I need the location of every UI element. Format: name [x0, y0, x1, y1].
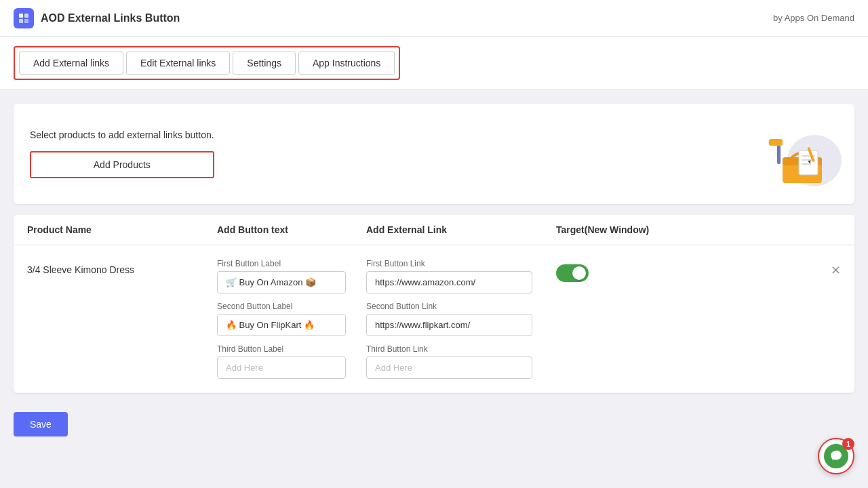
card-description: Select products to add external links bu…	[30, 129, 214, 140]
header-left: AOD External Links Button	[14, 8, 180, 28]
svg-rect-8	[769, 139, 783, 146]
target-col: ✕	[556, 259, 841, 282]
link1-input[interactable]	[366, 271, 532, 293]
chat-widget[interactable]: 1	[818, 438, 854, 474]
footer: Save	[14, 407, 854, 436]
button3-label: Third Button Label	[217, 344, 366, 354]
button-fields: First Button Label Second Button Label T…	[217, 259, 366, 379]
button1-label: First Button Label	[217, 259, 366, 268]
link3-field-group: Third Button Link	[366, 344, 556, 379]
button1-input[interactable]	[217, 271, 346, 293]
link3-label: Third Button Link	[366, 344, 556, 354]
svg-rect-2	[19, 19, 23, 23]
header: AOD External Links Button by Apps On Dem…	[0, 0, 868, 37]
svg-rect-1	[24, 14, 28, 18]
button2-input[interactable]	[217, 314, 346, 336]
button3-input[interactable]	[217, 357, 346, 379]
select-products-card: Select products to add external links bu…	[14, 104, 854, 204]
svg-rect-3	[24, 19, 28, 23]
tab-add-external-links[interactable]: Add External links	[19, 52, 123, 75]
target-toggle[interactable]	[556, 264, 589, 282]
link2-field-group: Second Button Link	[366, 302, 556, 336]
table-row: 3/4 Sleeve Kimono Dress First Button Lab…	[14, 245, 854, 393]
card-top: Select products to add external links bu…	[30, 120, 838, 188]
nav-bar: Add External links Edit External links S…	[0, 37, 868, 90]
app-title: AOD External Links Button	[41, 12, 180, 24]
link3-input[interactable]	[366, 357, 532, 379]
link2-label: Second Button Link	[366, 302, 556, 311]
button2-label: Second Button Label	[217, 302, 366, 311]
button2-field-group: Second Button Label	[217, 302, 366, 336]
col-target: Target(New Window)	[556, 224, 841, 235]
main-content: Select products to add external links bu…	[0, 90, 868, 450]
delete-row-button[interactable]: ✕	[831, 264, 841, 277]
illustration	[757, 120, 838, 188]
card-top-left: Select products to add external links bu…	[30, 129, 214, 178]
svg-rect-0	[19, 14, 23, 18]
link2-input[interactable]	[366, 314, 532, 336]
button1-field-group: First Button Label	[217, 259, 366, 293]
product-name-cell: 3/4 Sleeve Kimono Dress	[27, 259, 217, 275]
app-logo	[14, 8, 34, 28]
link-fields: First Button Link Second Button Link Thi…	[366, 259, 556, 379]
table-header: Product Name Add Button text Add Externa…	[14, 215, 854, 245]
save-button[interactable]: Save	[14, 412, 68, 436]
col-add-button-text: Add Button text	[217, 224, 366, 235]
col-product-name: Product Name	[27, 224, 217, 235]
svg-rect-9	[799, 150, 818, 175]
link1-field-group: First Button Link	[366, 259, 556, 293]
table-card: Product Name Add Button text Add Externa…	[14, 215, 854, 393]
col-add-external-link: Add External Link	[366, 224, 556, 235]
link1-label: First Button Link	[366, 259, 556, 268]
chat-badge: 1	[842, 438, 854, 450]
button3-field-group: Third Button Label	[217, 344, 366, 379]
chat-bubble-icon	[829, 449, 843, 463]
tab-edit-external-links[interactable]: Edit External links	[126, 52, 230, 75]
add-products-button[interactable]: Add Products	[30, 151, 214, 178]
illustration-svg	[757, 120, 845, 195]
nav-tabs-container: Add External links Edit External links S…	[14, 46, 400, 80]
by-text: by Apps On Demand	[773, 13, 854, 23]
tab-settings[interactable]: Settings	[233, 52, 296, 75]
tab-app-instructions[interactable]: App Instructions	[298, 52, 395, 75]
